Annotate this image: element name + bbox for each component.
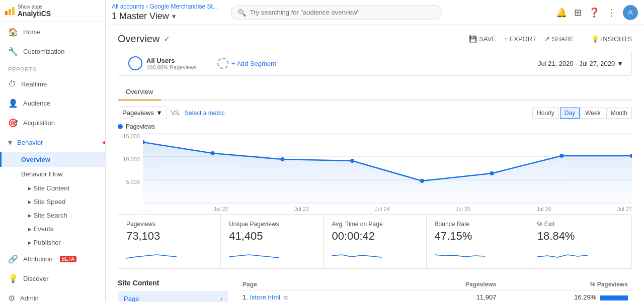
export-icon: ↑ (504, 35, 508, 43)
breadcrumb-master: All accounts › Google Merchandise St... … (112, 3, 218, 22)
sidebar-attribution-label: Attribution (23, 255, 53, 263)
sidebar-item-behavior[interactable]: ▾ Behavior (0, 133, 105, 152)
sidebar-subitem-overview[interactable]: Overview (0, 152, 105, 167)
export-button[interactable]: ↑ EXPORT (504, 35, 536, 43)
bounce-rate-value: 47.15% (435, 230, 521, 243)
sidebar-item-discover[interactable]: 💡 Discover (0, 269, 105, 288)
svg-point-6 (211, 151, 215, 155)
show-apps-label[interactable]: Show apps (18, 4, 51, 10)
col-page: Page (238, 279, 417, 290)
search-icon: 🔍 (237, 9, 246, 17)
legend-dot (118, 124, 123, 129)
behavior-flow-label: Behavior Flow (21, 170, 62, 178)
exit-label: % Exit (537, 221, 623, 228)
sidebar-item-admin[interactable]: ⚙ Admin (0, 288, 105, 302)
tab-overview[interactable]: Overview (118, 84, 161, 100)
metric-label: Pageviews (122, 109, 154, 117)
metric-dropdown[interactable]: Pageviews ▼ (118, 107, 167, 119)
logo-area[interactable]: Show apps AnalytiCS (0, 0, 105, 22)
insights-icon: 💡 (591, 35, 599, 43)
sidebar-item-home[interactable]: 🏠 Home (0, 22, 105, 42)
sidebar-subitem-events[interactable]: ▸ Events (0, 222, 105, 236)
help-icon[interactable]: ❓ (589, 7, 600, 18)
save-button[interactable]: 💾 SAVE (469, 35, 496, 43)
sidebar-item-customization[interactable]: 🔧 Customization (0, 42, 105, 61)
sidebar-subitem-site-speed[interactable]: ▸ Site Speed (0, 195, 105, 209)
main-area: All accounts › Google Merchandise St... … (106, 0, 644, 302)
site-content-tab-page[interactable]: Page › (118, 291, 228, 302)
sidebar-acquisition-label: Acquisition (23, 119, 55, 127)
metric-chevron: ▼ (156, 109, 163, 117)
sidebar-subitem-site-search[interactable]: ▸ Site Search (0, 209, 105, 222)
master-view-selector[interactable]: 1 Master View ▼ (112, 11, 218, 22)
unique-pageviews-label: Unique Pageviews (229, 221, 315, 228)
site-content-table: Page Pageviews % Pageviews 1. /store.htm… (238, 279, 632, 302)
beta-badge: BETA (60, 256, 76, 262)
time-btn-hourly[interactable]: Hourly (532, 108, 559, 119)
time-btn-day[interactable]: Day (560, 108, 580, 119)
time-btn-week[interactable]: Week (581, 108, 605, 119)
tab-overview-label: Overview (126, 88, 153, 95)
sidebar-item-realtime[interactable]: ⏱ Realtime (0, 74, 105, 93)
y-label-10000: 10,000 (118, 156, 140, 162)
chart-controls: Pageviews ▼ VS. Select a metric Hourly D… (118, 107, 632, 119)
x-label-jul23: Jul 23 (294, 206, 309, 212)
page-link[interactable]: /store.html (250, 293, 280, 301)
overview-header: Overview ✓ 💾 SAVE ↑ EXPORT ↗ SHARE 💡 (118, 33, 632, 45)
apps-icon[interactable]: ⊞ (574, 7, 582, 18)
breadcrumb-all-accounts[interactable]: All accounts (112, 3, 144, 10)
y-axis-labels: 15,000 10,000 5,000 (118, 133, 143, 212)
y-label-15000: 15,000 (118, 133, 140, 139)
search-input[interactable] (250, 9, 436, 16)
sidebar-home-label: Home (23, 28, 41, 36)
stat-avg-time: Avg. Time on Page 00:00:42 (324, 215, 426, 268)
time-btn-month[interactable]: Month (606, 108, 632, 119)
all-users-pct: 100.00% Pageviews (146, 64, 197, 70)
all-users-info: All Users 100.00% Pageviews (146, 57, 197, 70)
sidebar-subitem-publisher[interactable]: ▸ Publisher (0, 236, 105, 249)
sidebar-subitem-site-content[interactable]: ▸ Site Content (0, 181, 105, 195)
page-tab-label: Page (124, 295, 139, 302)
overview-title: Overview ✓ (118, 33, 170, 45)
page-tab-arrow: › (220, 295, 222, 302)
avatar[interactable]: A (623, 5, 638, 20)
master-view-chevron: ▼ (171, 13, 177, 20)
insights-button[interactable]: 💡 INSIGHTS (583, 35, 632, 43)
more-icon[interactable]: ⋮ (607, 7, 616, 18)
sidebar-discover-label: Discover (23, 275, 49, 282)
site-search-label: ▸ Site Search (28, 212, 67, 219)
share-icon: ↗ (544, 35, 550, 43)
sidebar-item-acquisition[interactable]: 🎯 Acquisition (0, 113, 105, 133)
x-label-jul24: Jul 24 (375, 206, 389, 212)
sidebar-item-audience[interactable]: 👤 Audience (0, 93, 105, 113)
select-metric-link[interactable]: Select a metric (185, 110, 224, 117)
svg-point-11 (559, 154, 564, 158)
content-area: Overview ✓ 💾 SAVE ↑ EXPORT ↗ SHARE 💡 (106, 25, 644, 302)
table-row: 1. /store.html ⧉ 11,907 16.29% (238, 290, 632, 303)
analytics-label: AnalytiCS (18, 10, 51, 18)
stat-exit: % Exit 18.84% (529, 215, 631, 268)
bell-icon[interactable]: 🔔 (556, 7, 567, 18)
all-users-circle (128, 56, 142, 70)
reports-section-label: REPORTS (0, 61, 105, 74)
site-content-right: Page Pageviews % Pageviews 1. /store.htm… (238, 279, 632, 302)
copy-icon[interactable]: ⧉ (284, 294, 288, 300)
sidebar-realtime-label: Realtime (21, 80, 47, 88)
check-icon: ✓ (164, 34, 170, 44)
search-bar[interactable]: 🔍 (231, 5, 442, 20)
sidebar-subitem-behavior-flow[interactable]: Behavior Flow (0, 167, 105, 181)
breadcrumb-store[interactable]: Google Merchandise St... (149, 3, 217, 10)
x-label-jul25: Jul 25 (456, 206, 470, 212)
logo-bar-1 (5, 11, 8, 15)
all-users-segment[interactable]: All Users 100.00% Pageviews (118, 51, 207, 75)
logo-icon (5, 7, 15, 15)
x-label-jul27: Jul 27 (617, 206, 632, 212)
row-num: 1. (243, 293, 248, 301)
time-buttons: Hourly Day Week Month (532, 108, 632, 119)
date-range-picker[interactable]: Jul 21, 2020 - Jul 27, 2020 ▼ (530, 60, 631, 67)
topbar-icons: 🔔 ⊞ ❓ ⋮ A (556, 5, 638, 20)
share-button[interactable]: ↗ SHARE (544, 35, 575, 43)
add-segment-button[interactable]: + Add Segment (207, 53, 286, 74)
add-segment-label: + Add Segment (231, 60, 276, 67)
sidebar-item-attribution[interactable]: 🔗 Attribution BETA (0, 249, 105, 269)
